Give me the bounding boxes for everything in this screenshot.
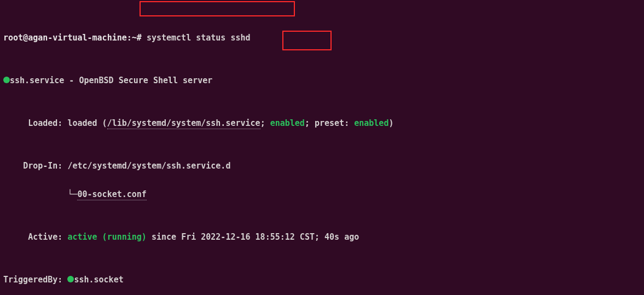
triggeredby-label: TriggeredBy: xyxy=(3,275,62,285)
loaded-suffix: ) xyxy=(388,118,393,128)
preset-value: enabled xyxy=(354,118,388,128)
tree-elbow-icon: └─ xyxy=(67,189,77,199)
status-dot-icon xyxy=(67,276,74,282)
loaded-prefix: loaded ( xyxy=(67,118,107,128)
loaded-enabled: enabled xyxy=(270,118,305,128)
prompt-symbol: # xyxy=(137,33,142,43)
service-name: ssh.service xyxy=(10,76,64,85)
command-text: systemctl status sshd xyxy=(147,33,251,43)
loaded-label: Loaded: xyxy=(28,118,62,128)
loaded-sep2: ; xyxy=(305,118,315,128)
dropin-dir: /etc/systemd/system/ssh.service.d xyxy=(67,161,230,171)
dropin-file-line: └─00-socket.conf xyxy=(3,187,641,201)
active-line: Active: active (running) since Fri 2022-… xyxy=(3,230,641,244)
active-label: Active: xyxy=(28,232,62,242)
triggeredby-value: ssh.socket xyxy=(74,275,123,285)
status-dot-icon xyxy=(3,77,10,83)
service-separator: - xyxy=(64,76,79,85)
unit-path: /lib/systemd/system/ssh.service xyxy=(107,118,260,129)
prompt-userhost: root@agan-virtual-machine xyxy=(3,33,127,43)
service-header-line: ssh.service - OpenBSD Secure Shell serve… xyxy=(3,73,641,88)
loaded-sep1: ; xyxy=(260,118,270,128)
prompt-line: root@agan-virtual-machine:~# systemctl s… xyxy=(3,31,641,45)
prompt-cwd: ~ xyxy=(132,33,137,43)
terminal-output[interactable]: root@agan-virtual-machine:~# systemctl s… xyxy=(0,0,644,295)
dropin-file: 00-socket.conf xyxy=(77,189,146,200)
service-description: OpenBSD Secure Shell server xyxy=(79,76,212,85)
loaded-line: Loaded: loaded (/lib/systemd/system/ssh.… xyxy=(3,116,641,130)
highlight-box-command xyxy=(140,1,295,16)
triggeredby-line: TriggeredBy: ssh.socket xyxy=(3,273,641,287)
dropin-label: Drop-In: xyxy=(23,161,62,171)
active-state: active (running) xyxy=(67,232,147,242)
active-since: Fri 2022-12-16 18:55:12 CST xyxy=(181,232,315,242)
preset-label: preset: xyxy=(315,118,354,128)
active-ago: ; 40s ago xyxy=(315,232,359,242)
dropin-line: Drop-In: /etc/systemd/system/ssh.service… xyxy=(3,159,641,173)
active-since-prefix: since xyxy=(147,232,181,242)
